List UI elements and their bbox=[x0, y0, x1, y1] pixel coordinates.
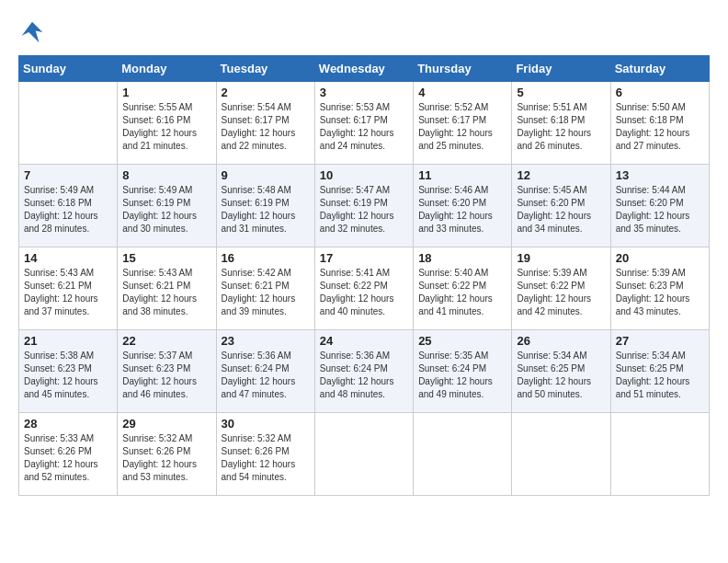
calendar-cell: 6 Sunrise: 5:50 AMSunset: 6:18 PMDayligh… bbox=[610, 82, 709, 165]
calendar-cell: 15 Sunrise: 5:43 AMSunset: 6:21 PMDaylig… bbox=[118, 247, 216, 330]
day-number: 6 bbox=[616, 86, 704, 99]
day-info: Sunrise: 5:46 AMSunset: 6:20 PMDaylight:… bbox=[418, 184, 506, 236]
calendar-cell: 29 Sunrise: 5:32 AMSunset: 6:26 PMDaylig… bbox=[118, 413, 216, 496]
logo bbox=[18, 18, 50, 46]
day-number: 28 bbox=[24, 417, 112, 431]
day-info: Sunrise: 5:53 AMSunset: 6:17 PMDaylight:… bbox=[320, 101, 408, 153]
day-number: 5 bbox=[517, 86, 605, 99]
day-info: Sunrise: 5:38 AMSunset: 6:23 PMDaylight:… bbox=[24, 350, 112, 401]
calendar-cell: 23 Sunrise: 5:36 AMSunset: 6:24 PMDaylig… bbox=[216, 330, 314, 413]
day-info: Sunrise: 5:54 AMSunset: 6:17 PMDaylight:… bbox=[222, 101, 310, 153]
calendar-cell: 24 Sunrise: 5:36 AMSunset: 6:24 PMDaylig… bbox=[314, 330, 413, 413]
calendar-cell: 21 Sunrise: 5:38 AMSunset: 6:23 PMDaylig… bbox=[19, 330, 118, 413]
day-info: Sunrise: 5:45 AMSunset: 6:20 PMDaylight:… bbox=[517, 184, 605, 236]
day-number: 30 bbox=[222, 417, 310, 431]
calendar-cell: 26 Sunrise: 5:34 AMSunset: 6:25 PMDaylig… bbox=[512, 330, 610, 413]
day-number: 1 bbox=[122, 86, 210, 99]
day-info: Sunrise: 5:39 AMSunset: 6:22 PMDaylight:… bbox=[517, 267, 605, 318]
day-number: 7 bbox=[24, 168, 112, 182]
calendar-cell bbox=[19, 82, 118, 165]
calendar-table: SundayMondayTuesdayWednesdayThursdayFrid… bbox=[18, 55, 710, 496]
calendar-cell: 10 Sunrise: 5:47 AMSunset: 6:19 PMDaylig… bbox=[314, 165, 413, 247]
day-info: Sunrise: 5:55 AMSunset: 6:16 PMDaylight:… bbox=[122, 101, 210, 153]
day-info: Sunrise: 5:49 AMSunset: 6:19 PMDaylight:… bbox=[122, 184, 210, 236]
day-number: 20 bbox=[616, 251, 704, 265]
day-number: 3 bbox=[320, 86, 408, 99]
calendar-cell: 28 Sunrise: 5:33 AMSunset: 6:26 PMDaylig… bbox=[19, 413, 118, 496]
calendar-cell: 16 Sunrise: 5:42 AMSunset: 6:21 PMDaylig… bbox=[216, 247, 314, 330]
calendar-cell: 19 Sunrise: 5:39 AMSunset: 6:22 PMDaylig… bbox=[512, 247, 610, 330]
day-info: Sunrise: 5:52 AMSunset: 6:17 PMDaylight:… bbox=[418, 101, 506, 153]
day-number: 16 bbox=[222, 251, 310, 265]
day-number: 12 bbox=[517, 168, 605, 182]
day-header-sunday: Sunday bbox=[19, 56, 118, 82]
day-info: Sunrise: 5:40 AMSunset: 6:22 PMDaylight:… bbox=[418, 267, 506, 318]
day-number: 29 bbox=[122, 417, 210, 431]
day-number: 11 bbox=[418, 168, 506, 182]
page-header bbox=[18, 18, 710, 46]
day-header-saturday: Saturday bbox=[610, 56, 709, 82]
day-number: 24 bbox=[320, 334, 408, 348]
calendar-cell: 22 Sunrise: 5:37 AMSunset: 6:23 PMDaylig… bbox=[118, 330, 216, 413]
calendar-cell: 8 Sunrise: 5:49 AMSunset: 6:19 PMDayligh… bbox=[118, 165, 216, 247]
day-header-thursday: Thursday bbox=[414, 56, 512, 82]
calendar-cell: 17 Sunrise: 5:41 AMSunset: 6:22 PMDaylig… bbox=[314, 247, 413, 330]
svg-marker-0 bbox=[22, 22, 43, 43]
calendar-cell: 4 Sunrise: 5:52 AMSunset: 6:17 PMDayligh… bbox=[414, 82, 512, 165]
day-number: 19 bbox=[517, 251, 605, 265]
day-number: 26 bbox=[517, 334, 605, 348]
day-info: Sunrise: 5:50 AMSunset: 6:18 PMDaylight:… bbox=[616, 101, 704, 153]
calendar-cell: 30 Sunrise: 5:32 AMSunset: 6:26 PMDaylig… bbox=[216, 413, 314, 496]
day-number: 9 bbox=[222, 168, 310, 182]
logo-icon bbox=[18, 18, 46, 46]
calendar-cell: 7 Sunrise: 5:49 AMSunset: 6:18 PMDayligh… bbox=[19, 165, 118, 247]
calendar-cell: 1 Sunrise: 5:55 AMSunset: 6:16 PMDayligh… bbox=[118, 82, 216, 165]
calendar-cell: 27 Sunrise: 5:34 AMSunset: 6:25 PMDaylig… bbox=[610, 330, 709, 413]
day-info: Sunrise: 5:43 AMSunset: 6:21 PMDaylight:… bbox=[122, 267, 210, 318]
day-info: Sunrise: 5:47 AMSunset: 6:19 PMDaylight:… bbox=[320, 184, 408, 236]
day-number: 21 bbox=[24, 334, 112, 348]
calendar-cell: 18 Sunrise: 5:40 AMSunset: 6:22 PMDaylig… bbox=[414, 247, 512, 330]
calendar-cell: 2 Sunrise: 5:54 AMSunset: 6:17 PMDayligh… bbox=[216, 82, 314, 165]
day-number: 18 bbox=[418, 251, 506, 265]
day-info: Sunrise: 5:32 AMSunset: 6:26 PMDaylight:… bbox=[222, 432, 310, 484]
day-info: Sunrise: 5:36 AMSunset: 6:24 PMDaylight:… bbox=[222, 350, 310, 401]
calendar-cell: 20 Sunrise: 5:39 AMSunset: 6:23 PMDaylig… bbox=[610, 247, 709, 330]
calendar-cell bbox=[610, 413, 709, 496]
day-info: Sunrise: 5:34 AMSunset: 6:25 PMDaylight:… bbox=[517, 350, 605, 401]
day-number: 15 bbox=[122, 251, 210, 265]
day-header-tuesday: Tuesday bbox=[216, 56, 314, 82]
day-number: 4 bbox=[418, 86, 506, 99]
day-info: Sunrise: 5:44 AMSunset: 6:20 PMDaylight:… bbox=[616, 184, 704, 236]
calendar-cell: 3 Sunrise: 5:53 AMSunset: 6:17 PMDayligh… bbox=[314, 82, 413, 165]
day-info: Sunrise: 5:42 AMSunset: 6:21 PMDaylight:… bbox=[222, 267, 310, 318]
calendar-cell: 13 Sunrise: 5:44 AMSunset: 6:20 PMDaylig… bbox=[610, 165, 709, 247]
day-info: Sunrise: 5:39 AMSunset: 6:23 PMDaylight:… bbox=[616, 267, 704, 318]
day-number: 23 bbox=[222, 334, 310, 348]
day-number: 10 bbox=[320, 168, 408, 182]
day-info: Sunrise: 5:33 AMSunset: 6:26 PMDaylight:… bbox=[24, 432, 112, 484]
day-info: Sunrise: 5:35 AMSunset: 6:24 PMDaylight:… bbox=[418, 350, 506, 401]
day-number: 2 bbox=[222, 86, 310, 99]
day-number: 13 bbox=[616, 168, 704, 182]
calendar-cell bbox=[414, 413, 512, 496]
calendar-cell: 11 Sunrise: 5:46 AMSunset: 6:20 PMDaylig… bbox=[414, 165, 512, 247]
day-info: Sunrise: 5:36 AMSunset: 6:24 PMDaylight:… bbox=[320, 350, 408, 401]
day-header-monday: Monday bbox=[118, 56, 216, 82]
day-info: Sunrise: 5:51 AMSunset: 6:18 PMDaylight:… bbox=[517, 101, 605, 153]
day-info: Sunrise: 5:41 AMSunset: 6:22 PMDaylight:… bbox=[320, 267, 408, 318]
day-info: Sunrise: 5:32 AMSunset: 6:26 PMDaylight:… bbox=[122, 432, 210, 484]
calendar-cell bbox=[314, 413, 413, 496]
day-number: 17 bbox=[320, 251, 408, 265]
calendar-cell: 9 Sunrise: 5:48 AMSunset: 6:19 PMDayligh… bbox=[216, 165, 314, 247]
day-info: Sunrise: 5:49 AMSunset: 6:18 PMDaylight:… bbox=[24, 184, 112, 236]
day-info: Sunrise: 5:37 AMSunset: 6:23 PMDaylight:… bbox=[122, 350, 210, 401]
calendar-cell bbox=[512, 413, 610, 496]
calendar-cell: 25 Sunrise: 5:35 AMSunset: 6:24 PMDaylig… bbox=[414, 330, 512, 413]
day-info: Sunrise: 5:34 AMSunset: 6:25 PMDaylight:… bbox=[616, 350, 704, 401]
calendar-cell: 14 Sunrise: 5:43 AMSunset: 6:21 PMDaylig… bbox=[19, 247, 118, 330]
day-info: Sunrise: 5:48 AMSunset: 6:19 PMDaylight:… bbox=[222, 184, 310, 236]
day-info: Sunrise: 5:43 AMSunset: 6:21 PMDaylight:… bbox=[24, 267, 112, 318]
day-number: 14 bbox=[24, 251, 112, 265]
day-number: 22 bbox=[122, 334, 210, 348]
